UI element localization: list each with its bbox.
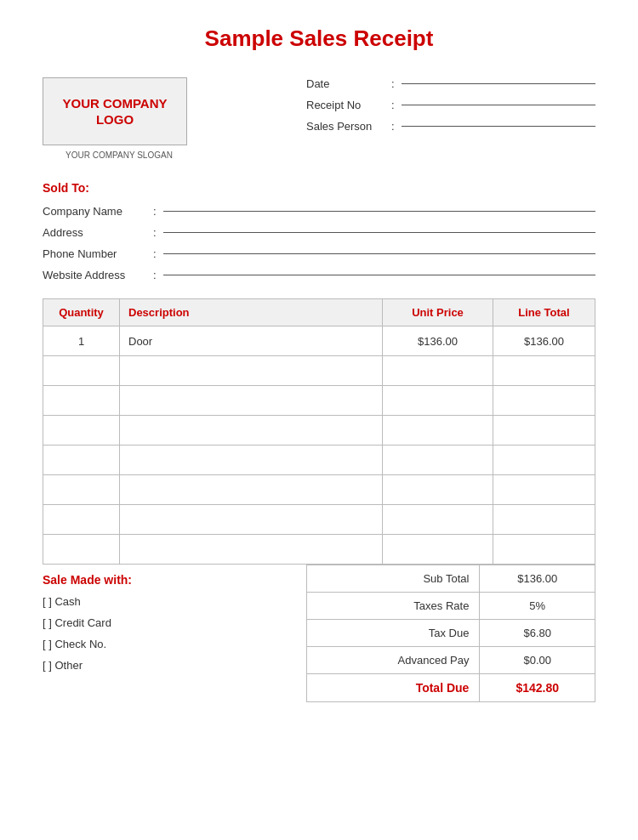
row-unit-price	[383, 356, 493, 386]
table-row	[43, 386, 595, 416]
page-title: Sample Sales Receipt	[43, 26, 595, 52]
payment-section: Sale Made with: [ ] Cash[ ] Credit Card[…	[43, 565, 306, 702]
row-desc	[120, 386, 383, 416]
phone-colon: :	[153, 247, 157, 260]
total-label: Taxes Rate	[307, 593, 480, 620]
table-row	[43, 505, 595, 535]
table-row	[43, 475, 595, 505]
phone-line	[163, 253, 595, 254]
row-line-total	[493, 446, 595, 475]
row-unit-price	[383, 386, 493, 416]
sales-person-row: Sales Person :	[306, 120, 595, 133]
items-table: Quantity Description Unit Price Line Tot…	[43, 298, 595, 565]
address-colon: :	[153, 226, 157, 239]
row-unit-price: $136.00	[383, 326, 493, 356]
row-qty	[43, 475, 120, 505]
bottom-section: Sale Made with: [ ] Cash[ ] Credit Card[…	[43, 565, 595, 702]
company-name-label: Company Name	[43, 205, 153, 218]
company-name-colon: :	[153, 205, 157, 218]
total-value: 5%	[480, 593, 595, 620]
row-qty	[43, 535, 120, 565]
company-logo: YOUR COMPANY LOGO	[43, 77, 187, 145]
sales-person-line	[402, 126, 595, 127]
row-desc	[120, 505, 383, 535]
row-desc: Door	[120, 326, 383, 356]
table-row	[43, 535, 595, 565]
sales-person-colon: :	[391, 120, 395, 133]
total-value: $142.80	[480, 674, 595, 702]
company-slogan: YOUR COMPANY SLOGAN	[43, 150, 196, 160]
address-row: Address :	[43, 226, 595, 239]
total-value: $0.00	[480, 647, 595, 674]
totals-row: Sub Total $136.00	[307, 565, 595, 593]
col-quantity: Quantity	[43, 299, 120, 326]
row-unit-price	[383, 475, 493, 505]
row-desc	[120, 535, 383, 565]
company-name-line	[163, 211, 595, 212]
row-desc	[120, 416, 383, 446]
row-qty	[43, 505, 120, 535]
col-line-total: Line Total	[493, 299, 595, 326]
table-row	[43, 416, 595, 446]
website-label: Website Address	[43, 269, 153, 281]
total-label: Sub Total	[307, 565, 480, 593]
company-name-row: Company Name :	[43, 205, 595, 218]
date-colon: :	[391, 77, 395, 90]
table-row	[43, 356, 595, 386]
totals-table: Sub Total $136.00 Taxes Rate 5% Tax Due …	[306, 565, 595, 702]
row-line-total	[493, 386, 595, 416]
row-qty	[43, 416, 120, 446]
payment-title: Sale Made with:	[43, 573, 289, 587]
row-unit-price	[383, 535, 493, 565]
row-qty	[43, 386, 120, 416]
table-header-row: Quantity Description Unit Price Line Tot…	[43, 299, 595, 326]
date-row: Date :	[306, 77, 595, 90]
total-value: $6.80	[480, 620, 595, 647]
payment-option: [ ] Other	[43, 659, 289, 672]
row-desc	[120, 475, 383, 505]
date-line	[402, 83, 595, 84]
address-line	[163, 232, 595, 233]
payment-option: [ ] Check No.	[43, 638, 289, 650]
row-qty: 1	[43, 326, 120, 356]
totals-row: Total Due $142.80	[307, 674, 595, 702]
row-line-total	[493, 505, 595, 535]
row-line-total: $136.00	[493, 326, 595, 356]
total-label: Tax Due	[307, 620, 480, 647]
receipt-info: Date : Receipt No : Sales Person :	[306, 77, 595, 141]
website-colon: :	[153, 269, 157, 281]
row-qty	[43, 356, 120, 386]
totals-section: Sub Total $136.00 Taxes Rate 5% Tax Due …	[306, 565, 595, 702]
logo-box: YOUR COMPANY LOGO YOUR COMPANY SLOGAN	[43, 77, 196, 160]
col-unit-price: Unit Price	[383, 299, 493, 326]
phone-row: Phone Number :	[43, 247, 595, 260]
total-label: Advanced Pay	[307, 647, 480, 674]
receipt-no-row: Receipt No :	[306, 99, 595, 111]
receipt-no-label: Receipt No	[306, 99, 391, 111]
row-desc	[120, 446, 383, 475]
phone-label: Phone Number	[43, 247, 153, 260]
row-line-total	[493, 416, 595, 446]
row-line-total	[493, 535, 595, 565]
sold-to-section: Sold To: Company Name : Address : Phone …	[43, 181, 595, 281]
receipt-no-colon: :	[391, 99, 395, 111]
row-desc	[120, 356, 383, 386]
row-unit-price	[383, 446, 493, 475]
payment-option: [ ] Cash	[43, 595, 289, 608]
row-line-total	[493, 475, 595, 505]
website-line	[163, 275, 595, 275]
address-label: Address	[43, 226, 153, 239]
row-qty	[43, 446, 120, 475]
date-label: Date	[306, 77, 391, 90]
sold-to-title: Sold To:	[43, 181, 595, 195]
payment-option: [ ] Credit Card	[43, 616, 289, 629]
totals-row: Advanced Pay $0.00	[307, 647, 595, 674]
total-label: Total Due	[307, 674, 480, 702]
total-value: $136.00	[480, 565, 595, 593]
receipt-no-line	[402, 105, 595, 105]
table-row	[43, 446, 595, 475]
totals-row: Taxes Rate 5%	[307, 593, 595, 620]
totals-row: Tax Due $6.80	[307, 620, 595, 647]
row-line-total	[493, 356, 595, 386]
row-unit-price	[383, 416, 493, 446]
